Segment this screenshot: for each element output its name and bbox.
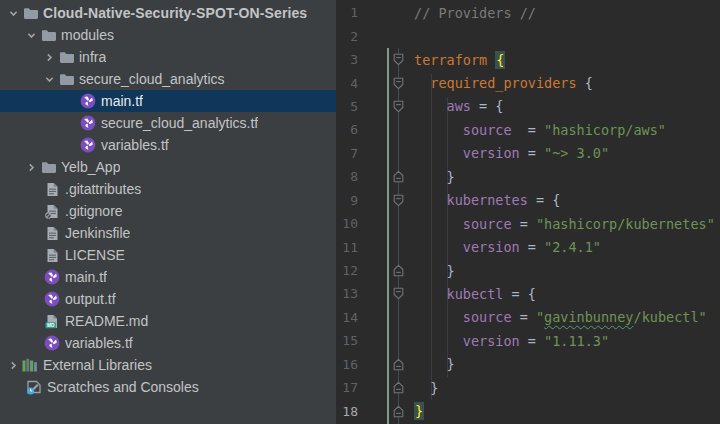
tree-item[interactable]: External Libraries	[0, 354, 336, 376]
chevron-right-icon[interactable]	[40, 49, 58, 65]
tree-item-label: Scratches and Consoles	[47, 379, 199, 395]
line-number: 12	[336, 263, 358, 278]
code-text: // Providers //	[414, 5, 536, 21]
tree-item-label: secure_cloud_analytics	[79, 71, 225, 87]
code-line[interactable]: 17 }	[336, 376, 720, 399]
code-text: kubernetes = {	[414, 192, 560, 208]
code-token	[414, 286, 447, 302]
chevron-right-icon[interactable]	[22, 159, 40, 175]
tree-item[interactable]: secure_cloud_analytics.tf	[0, 112, 336, 134]
tree-item[interactable]: .gitignore	[0, 200, 336, 222]
chevron-down-icon[interactable]	[4, 5, 22, 21]
tree-item[interactable]: main.tf	[0, 266, 336, 288]
file-icon	[44, 225, 60, 241]
fold-region-start-icon[interactable]	[392, 189, 405, 212]
fold-gutter-slot	[392, 329, 405, 352]
code-token: source	[463, 122, 512, 138]
tree-item-label: .gitattributes	[65, 181, 141, 197]
fold-gutter-slot	[392, 235, 405, 258]
tree-item-label: Yelb_App	[61, 159, 120, 175]
tree-item[interactable]: Jenkinsfile	[0, 222, 336, 244]
code-token: // Providers //	[414, 5, 536, 21]
code-token: kubernetes	[447, 192, 528, 208]
chevron-right-icon[interactable]	[4, 357, 22, 373]
tree-item[interactable]: Cloud-Native-Security-SPOT-ON-Series	[0, 2, 336, 24]
code-line[interactable]: 13 kubectl = {	[336, 282, 720, 305]
tree-item-label: LICENSE	[65, 247, 125, 263]
fold-region-start-icon[interactable]	[392, 48, 405, 71]
code-editor[interactable]: 1// Providers //23terraform {4 required_…	[336, 0, 720, 424]
tree-item[interactable]: secure_cloud_analytics	[0, 68, 336, 90]
fold-region-end-icon[interactable]	[392, 353, 405, 376]
code-text: }	[414, 403, 424, 419]
chevron-down-icon[interactable]	[40, 71, 58, 87]
code-text: required_providers {	[414, 75, 593, 91]
code-line[interactable]: 14 source = "gavinbunney/kubectl"	[336, 306, 720, 329]
line-number: 3	[336, 52, 358, 67]
code-line[interactable]: 15 version = "1.11.3"	[336, 329, 720, 352]
tree-item[interactable]: .gitattributes	[0, 178, 336, 200]
tree-item-label: variables.tf	[65, 335, 133, 351]
line-number: 15	[336, 333, 358, 348]
code-token	[414, 239, 463, 255]
fold-region-end-icon[interactable]	[392, 376, 405, 399]
code-text: version = "~> 3.0"	[414, 145, 609, 161]
code-line[interactable]: 10 source = "hashicorp/kubernetes"	[336, 212, 720, 235]
code-line[interactable]: 16 }	[336, 353, 720, 376]
folder-icon	[58, 71, 74, 87]
code-line[interactable]: 3terraform {	[336, 48, 720, 71]
chevron-down-icon[interactable]	[22, 27, 40, 43]
code-token: version	[463, 333, 520, 349]
code-line[interactable]: 2	[336, 24, 720, 47]
code-token: "hashicorp/kubernetes"	[536, 216, 715, 232]
code-token: aws	[447, 98, 471, 114]
fold-region-start-icon[interactable]	[392, 71, 405, 94]
code-line[interactable]: 5 aws = {	[336, 95, 720, 118]
code-line[interactable]: 8 }	[336, 165, 720, 188]
code-token: {	[495, 51, 505, 69]
fold-region-end-icon[interactable]	[392, 399, 405, 422]
tree-item[interactable]: LICENSE	[0, 244, 336, 266]
code-token: "~> 3.0"	[544, 145, 609, 161]
tree-item[interactable]: variables.tf	[0, 332, 336, 354]
code-token: = {	[528, 192, 561, 208]
code-line[interactable]: 11 version = "2.4.1"	[336, 235, 720, 258]
code-token: }	[414, 263, 455, 279]
tree-item[interactable]: Scratches and Consoles	[0, 376, 336, 398]
tree-item[interactable]: modules	[0, 24, 336, 46]
tree-item[interactable]: variables.tf	[0, 134, 336, 156]
code-line[interactable]: 7 version = "~> 3.0"	[336, 142, 720, 165]
fold-region-start-icon[interactable]	[392, 95, 405, 118]
code-text: }	[414, 380, 438, 396]
line-number: 16	[336, 357, 358, 372]
tree-item[interactable]: Yelb_App	[0, 156, 336, 178]
fold-region-end-icon[interactable]	[392, 259, 405, 282]
tree-item-label: output.tf	[65, 291, 116, 307]
code-text: }	[414, 263, 455, 279]
code-token: "hashicorp/aws"	[544, 122, 666, 138]
fold-region-end-icon[interactable]	[392, 165, 405, 188]
code-line[interactable]: 9 kubernetes = {	[336, 189, 720, 212]
code-token: "	[536, 309, 544, 325]
tree-item[interactable]: output.tf	[0, 288, 336, 310]
tree-item[interactable]: MDREADME.md	[0, 310, 336, 332]
code-text: source = "hashicorp/aws"	[414, 122, 666, 138]
tree-item[interactable]: main.tf	[0, 90, 336, 112]
code-token: }	[414, 356, 455, 372]
code-token	[414, 333, 463, 349]
tree-item-label: main.tf	[65, 269, 107, 285]
folder-icon	[40, 27, 56, 43]
tree-item-label: Cloud-Native-Security-SPOT-ON-Series	[43, 5, 307, 21]
tree-item[interactable]: infra	[0, 46, 336, 68]
folder-icon	[40, 159, 56, 175]
code-line[interactable]: 18}	[336, 399, 720, 422]
fold-region-start-icon[interactable]	[392, 282, 405, 305]
code-line[interactable]: 4 required_providers {	[336, 71, 720, 94]
line-number: 13	[336, 286, 358, 301]
file-icon	[44, 247, 60, 263]
code-line[interactable]: 12 }	[336, 259, 720, 282]
code-line[interactable]: 1// Providers //	[336, 1, 720, 24]
code-line[interactable]: 6 source = "hashicorp/aws"	[336, 118, 720, 141]
line-number: 10	[336, 216, 358, 231]
line-number: 2	[336, 29, 358, 44]
